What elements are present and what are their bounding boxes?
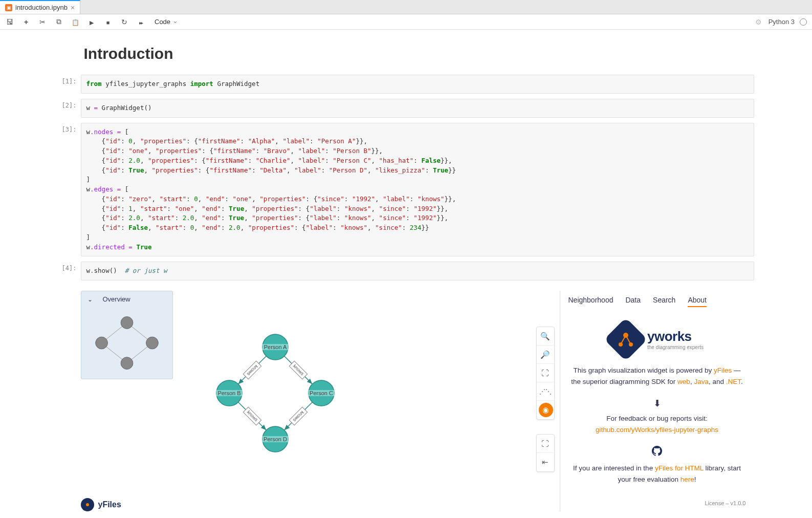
tab-neighborhood[interactable]: Neighborhood [568, 296, 613, 307]
restart-button[interactable] [120, 18, 129, 26]
kernel-status-icon[interactable] [800, 18, 807, 26]
svg-point-4 [121, 317, 133, 329]
graph-node[interactable]: Person D [262, 426, 288, 452]
svg-point-7 [121, 357, 133, 370]
feedback-text: For feedback or bug reports visit: [606, 415, 707, 422]
yfiles-html-link[interactable]: yFiles for HTML [655, 464, 704, 472]
edge-label: knows [289, 407, 307, 425]
main-graph[interactable]: knowsknowsknowsknowsPerson APerson BPers… [214, 332, 347, 466]
web-link[interactable]: web [677, 378, 690, 385]
cell-prompt: [1]: [48, 75, 81, 94]
cell-type-select-wrap[interactable]: Code [152, 17, 180, 27]
tab-about[interactable]: About [688, 296, 707, 307]
edge-label: knows [243, 407, 261, 425]
svg-point-6 [146, 337, 158, 349]
graph-toolbar-extra: ⛶ ⇤ [536, 434, 555, 472]
save-button[interactable] [5, 18, 14, 26]
cell-prompt: [4]: [48, 262, 81, 280]
zoom-in-button[interactable]: 🔍 [537, 327, 554, 346]
svg-text:Person B: Person B [217, 390, 240, 396]
run-button[interactable] [87, 18, 96, 26]
tab-bar: introduction.ipynb × [0, 0, 812, 14]
page-title: Introduction [84, 45, 754, 62]
yfiles-logo-icon [81, 498, 94, 511]
yfiles-link[interactable]: yFiles [714, 366, 732, 374]
about-content: This graph visualization widget is power… [568, 365, 746, 485]
here-link[interactable]: here [681, 476, 694, 483]
yworks-tagline: the diagramming experts [647, 344, 704, 350]
fit-button[interactable]: ⛶ [537, 364, 554, 382]
cut-button[interactable] [38, 18, 47, 26]
java-link[interactable]: Java [694, 378, 709, 385]
organic-layout-button[interactable]: ◉ [539, 403, 553, 417]
edge-label: knows [243, 361, 261, 379]
github-icon [568, 444, 746, 461]
graph-node[interactable]: Person A [262, 334, 288, 360]
eval-text: If you are interested in the [573, 464, 655, 472]
svg-point-5 [95, 337, 107, 349]
tab-title: introduction.ipynb [15, 4, 68, 11]
code-cell[interactable]: [3]: w.nodes = [ {"id": 0, "properties":… [48, 123, 754, 257]
yworks-brand: yworks the diagramming experts [568, 324, 746, 355]
overview-minimap[interactable] [81, 307, 172, 379]
overview-title: Overview [103, 295, 130, 303]
cell-prompt: [3]: [48, 123, 81, 257]
about-text: , and [709, 378, 726, 385]
export-button[interactable]: ⇤ [537, 453, 554, 471]
svg-point-28 [623, 333, 628, 338]
gear-icon[interactable] [754, 18, 763, 26]
code-cell[interactable]: [1]: from yfiles_jupyter_graphs import G… [48, 75, 754, 94]
kernel-name: Python 3 [769, 18, 795, 26]
code-cell[interactable]: [2]: w = GraphWidget() [48, 99, 754, 118]
chevron-down-icon[interactable]: ⌄ [87, 296, 93, 303]
graph-toolbar-zoom: 🔍 🔎 ⛶ ⋰⋱ ◉ [536, 327, 555, 420]
svg-text:Person D: Person D [264, 436, 287, 442]
notebook-tab[interactable]: introduction.ipynb × [0, 0, 80, 14]
run-all-button[interactable] [136, 18, 145, 26]
download-icon: ⬇ [568, 396, 746, 411]
yfiles-footer-logo: yFiles [81, 498, 121, 511]
svg-point-30 [629, 342, 633, 347]
tab-data[interactable]: Data [625, 296, 641, 307]
graph-node[interactable]: Person B [216, 380, 242, 406]
yworks-logo-icon [604, 318, 648, 361]
tab-search[interactable]: Search [653, 296, 675, 307]
layout-button[interactable]: ⋰⋱ [537, 382, 554, 401]
yfiles-footer-text: yFiles [98, 500, 121, 509]
add-cell-button[interactable] [21, 18, 31, 26]
edge-label: knows [289, 361, 307, 379]
widget-sidebar: Neighborhood Data Search About yworks [560, 291, 754, 511]
code-input[interactable]: w.nodes = [ {"id": 0, "properties": {"fi… [81, 123, 754, 257]
overview-panel[interactable]: ⌄ Overview [81, 291, 173, 379]
stop-button[interactable] [103, 18, 113, 26]
paste-button[interactable] [71, 18, 80, 26]
copy-button[interactable] [54, 17, 63, 26]
widget-tabs: Neighborhood Data Search About [568, 296, 746, 312]
fullscreen-button[interactable]: ⛶ [537, 435, 554, 453]
code-input[interactable]: w = GraphWidget() [81, 99, 754, 118]
cell-type-select[interactable]: Code [152, 17, 180, 27]
zoom-out-button[interactable]: 🔎 [537, 346, 554, 364]
dotnet-link[interactable]: .NET [726, 378, 741, 385]
code-input[interactable]: w.show() # or just w [81, 262, 754, 280]
code-input[interactable]: from yfiles_jupyter_graphs import GraphW… [81, 75, 754, 94]
cell-prompt: [2]: [48, 99, 81, 118]
close-icon[interactable]: × [71, 4, 75, 11]
code-cell[interactable]: [4]: w.show() # or just w [48, 262, 754, 280]
github-repo-link[interactable]: github.com/yWorks/yfiles-jupyter-graphs [596, 426, 718, 434]
yworks-name: yworks [647, 329, 704, 344]
graph-canvas[interactable]: ⌄ Overview [81, 291, 560, 511]
notebook-area[interactable]: Introduction [1]: from yfiles_jupyter_gr… [0, 30, 812, 518]
about-text: This graph visualization widget is power… [573, 366, 714, 374]
svg-text:Person A: Person A [264, 344, 287, 350]
notebook-icon [5, 4, 12, 11]
graph-node[interactable]: Person C [309, 380, 334, 406]
notebook-toolbar: Code Python 3 [0, 14, 812, 30]
svg-text:Person C: Person C [310, 390, 333, 396]
license-text: License – v1.0.0 [568, 500, 746, 506]
graph-widget-output: ⌄ Overview [81, 291, 754, 511]
svg-point-29 [619, 342, 623, 347]
